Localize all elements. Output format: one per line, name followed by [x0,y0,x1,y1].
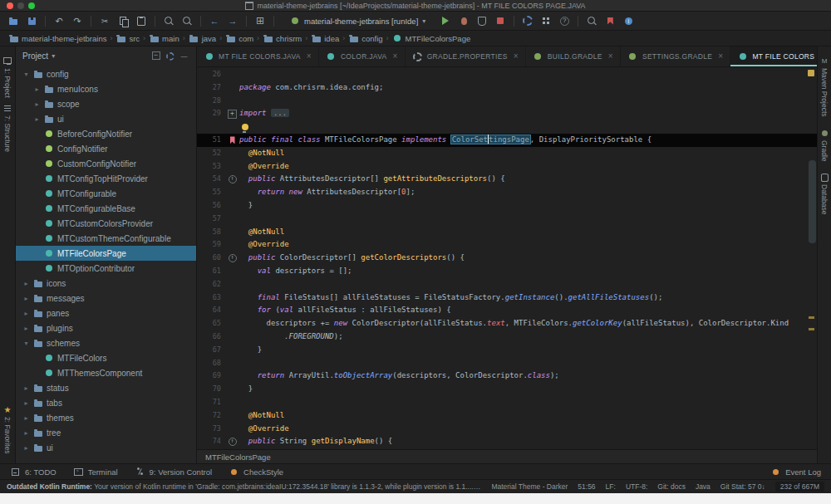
code-line[interactable]: 65 descriptors += new ColorDescriptor(al… [197,317,817,330]
settings-gear-icon[interactable] [165,51,174,60]
tree-item-mtoptioncontributor[interactable]: MTOptionContributor [16,261,196,276]
find-button[interactable] [160,13,177,28]
status-widget-51-56[interactable]: 51:56 [578,482,595,491]
code-line[interactable]: 74 public String getDisplayName() { [197,435,817,448]
chevron-collapsed-icon[interactable]: ▸ [22,414,30,422]
close-tab-icon[interactable]: × [307,52,312,61]
code-line[interactable]: 27package com.chrisrm.idea.config; [197,81,817,95]
chevron-collapsed-icon[interactable]: ▸ [22,280,30,287]
tree-item-ui[interactable]: ▸ui [16,111,196,126]
override-icon[interactable] [228,175,237,184]
tree-item-mtfilecolorspage[interactable]: MTFileColorsPage [16,246,196,261]
code-line[interactable]: 66 .FOREGROUND); [197,330,817,344]
override-icon[interactable] [228,254,237,263]
override-icon[interactable] [228,438,237,447]
tree-item-beforeconfignotifier[interactable]: BeforeConfigNotifier [16,126,196,141]
chevron-down-icon[interactable]: ▾ [52,52,55,60]
tree-item-mtconfigurable[interactable]: MTConfigurable [16,186,196,201]
status-message[interactable]: Outdated Kotlin Runtime: Your version of… [7,482,481,491]
tab-mt-file-colors-java[interactable]: MT FILE COLORS.JAVA× [197,46,319,66]
code-line[interactable]: 56 } [197,199,817,213]
tool-button-1-project[interactable]: 1: Project [3,56,12,98]
code-line[interactable]: 62 [197,278,817,291]
close-tab-icon[interactable]: × [392,52,397,61]
folded-imports[interactable]: ... [271,109,289,117]
stop-button[interactable] [492,13,509,28]
status-widget-material-theme-darker[interactable]: Material Theme - Darker [491,482,568,491]
close-tab-icon[interactable]: × [514,52,519,61]
close-tab-icon[interactable]: × [608,52,613,61]
tool-button-maven-projects[interactable]: Maven Projects [820,56,829,117]
help-button[interactable] [556,13,573,28]
view-grid-button[interactable] [252,13,268,28]
code-line[interactable]: 71 [197,396,817,409]
breadcrumb-item-idea[interactable]: idea [311,33,339,44]
tree-item-scope[interactable]: ▸scope [16,96,196,111]
tool-window-button-9-version-control[interactable]: 9: Version Control [135,467,213,477]
redo-button[interactable] [69,13,86,28]
code-line[interactable]: 53 @Override [197,160,817,174]
inspection-indicator[interactable] [808,70,814,76]
bookmarks-button[interactable] [602,13,618,28]
save-all-button[interactable] [23,13,40,28]
code-line[interactable]: 70 } [197,383,817,396]
tree-item-mtconfigurablebase[interactable]: MTConfigurableBase [16,201,196,216]
code-line[interactable]: 55 return new AttributesDescriptor[0]; [197,186,817,199]
breadcrumb-item-material-theme-jetbrains[interactable]: material-theme-jetbrains [8,33,106,44]
tree-item-themes[interactable]: ▸themes [16,410,196,425]
tree-item-ui[interactable]: ▸ui [16,440,196,455]
code-line[interactable]: 58 @NotNull [197,226,817,239]
error-stripe-mark[interactable] [809,316,814,319]
code-line[interactable]: 52 @NotNull [197,147,817,160]
tool-button-gradle[interactable]: Gradle [820,129,829,162]
close-window-button[interactable] [7,2,13,9]
chevron-collapsed-icon[interactable]: ▸ [22,444,30,452]
cut-button[interactable] [96,13,113,28]
code-line[interactable]: 26 [197,68,817,81]
code-line[interactable]: 29import ... [197,107,817,120]
chevron-collapsed-icon[interactable]: ▸ [33,100,41,108]
tree-item-config[interactable]: ▾config [16,66,196,81]
chevron-collapsed-icon[interactable]: ▸ [22,429,30,437]
tab-mt-file-colors-page-java[interactable]: MT FILE COLORS PAGE.JAVA× [730,46,817,66]
tab-color-java[interactable]: COLOR.JAVA× [319,46,406,66]
tab-build-gradle[interactable]: BUILD.GRADLE× [526,46,621,66]
chevron-collapsed-icon[interactable]: ▸ [33,86,41,93]
tool-window-button-terminal[interactable]: Terminal [73,467,118,477]
paste-button[interactable] [133,13,150,28]
tree-item-mtcustomcolorsprovider[interactable]: MTCustomColorsProvider [16,216,196,231]
tool-window-button-checkstyle[interactable]: CheckStyle [229,467,283,477]
status-widget-git-docs[interactable]: Git: docs [657,482,686,491]
tab-settings-gradle[interactable]: SETTINGS.GRADLE× [621,46,730,66]
tool-button-database[interactable]: Database [820,173,829,214]
code-line[interactable]: 60 public ColorDescriptor[] getColorDesc… [197,252,817,265]
tree-item-customconfignotifier[interactable]: CustomConfigNotifier [16,156,196,171]
copy-button[interactable] [115,13,131,28]
code-line[interactable]: 57 [197,213,817,226]
close-tab-icon[interactable]: × [718,52,723,61]
chevron-collapsed-icon[interactable]: ▸ [22,295,30,302]
tree-item-status[interactable]: ▸status [16,380,196,395]
collapse-all-icon[interactable] [150,51,161,61]
tree-item-icons[interactable]: ▸icons [16,276,196,291]
code-line[interactable]: 54 public AttributesDescriptor[] getAttr… [197,173,817,186]
info-button[interactable] [620,13,637,28]
tree-item-mtfilecolors[interactable]: MTFileColors [16,350,196,365]
chevron-collapsed-icon[interactable]: ▸ [22,384,30,392]
breadcrumb-item-chrisrm[interactable]: chrisrm [263,33,302,44]
tree-item-schemes[interactable]: ▾schemes [16,335,196,350]
breadcrumb-item-main[interactable]: main [149,33,179,44]
status-widget-lf[interactable]: LF: [606,482,616,491]
tree-item-tree[interactable]: ▸tree [16,425,196,440]
code-line[interactable]: 59 @Override [197,238,817,252]
tree-item-plugins[interactable]: ▸plugins [16,321,196,335]
breadcrumb-item-java[interactable]: java [189,33,216,44]
tab-gradle-properties[interactable]: GRADLE.PROPERTIES× [406,46,526,66]
tree-item-messages[interactable]: ▸messages [16,291,196,306]
code-line[interactable]: 63 final FileStatus[] allFileStatuses = … [197,291,817,305]
undo-button[interactable] [51,13,67,28]
run-with-coverage-button[interactable] [474,13,490,28]
chevron-collapsed-icon[interactable]: ▸ [22,399,30,407]
hide-panel-icon[interactable] [179,51,189,61]
error-stripe-mark[interactable] [809,328,814,330]
